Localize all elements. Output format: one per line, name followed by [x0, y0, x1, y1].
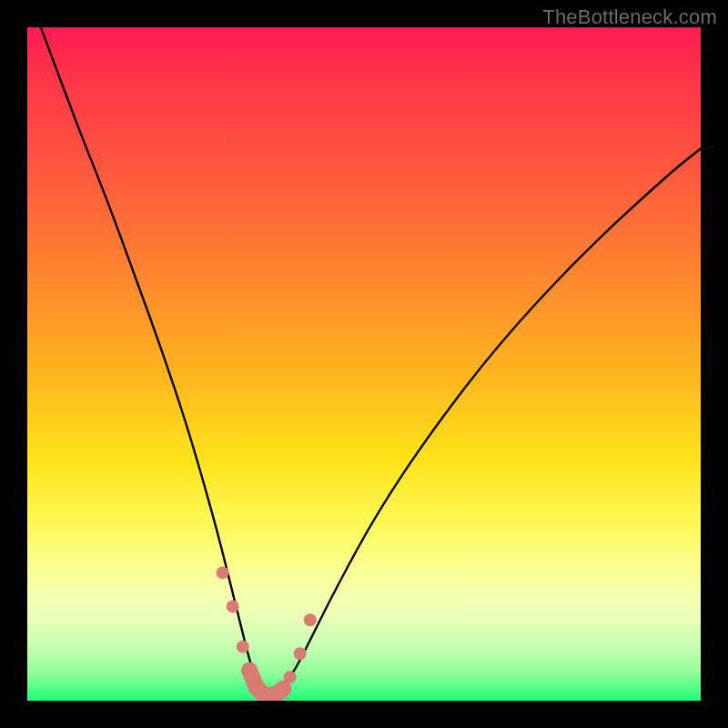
highlight-dot — [304, 613, 317, 626]
chart-stage: TheBottleneck.com — [0, 0, 728, 728]
highlight-dot — [227, 600, 239, 612]
curves-layer — [27, 27, 701, 701]
bottleneck-curve — [41, 27, 701, 696]
watermark-text: TheBottleneck.com — [542, 5, 717, 29]
highlight-dot — [217, 566, 229, 579]
highlight-dot — [284, 671, 297, 683]
highlight-dot — [294, 647, 307, 660]
highlight-dot — [241, 662, 258, 679]
highlight-dot — [237, 641, 249, 653]
plot-area — [27, 27, 701, 701]
